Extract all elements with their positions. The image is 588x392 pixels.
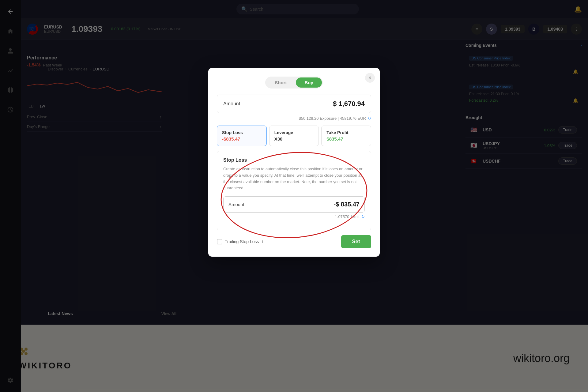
amount-value: $ 1,670.94 — [333, 100, 365, 108]
trailing-stop-label: Trailing Stop Loss — [225, 239, 259, 244]
toggle-group: Short Buy — [217, 77, 371, 89]
leverage-tab[interactable]: Leverage X30 — [269, 126, 319, 146]
leverage-tab-value: X30 — [274, 136, 314, 141]
amount-label: Amount — [223, 101, 240, 107]
stop-loss-tab-title: Stop Loss — [222, 130, 262, 135]
trade-modal: × Short Buy Amount $ 1,670.94 $50,128.20… — [208, 68, 380, 257]
trailing-stop-row: Trailing Stop Loss ℹ — [217, 239, 263, 244]
limit-refresh-icon[interactable]: ↻ — [361, 214, 365, 219]
amount-row: Amount $ 1,670.94 — [217, 95, 371, 113]
limit-label: Limit — [351, 214, 360, 219]
info-icon[interactable]: ℹ — [262, 239, 263, 244]
modal-overlay[interactable]: × Short Buy Amount $ 1,670.94 $50,128.20… — [0, 0, 588, 392]
stop-loss-tab[interactable]: Stop Loss -$835.47 — [217, 126, 267, 146]
limit-value: 1.07570 — [335, 214, 349, 219]
limit-row: 1.07570 Limit ↻ — [223, 214, 365, 219]
stop-loss-amount-value: -$ 835.47 — [334, 201, 360, 208]
exposure-text: $50,128.20 Exposure | 45819.76 EUR — [299, 116, 366, 121]
exposure-row: $50,128.20 Exposure | 45819.76 EUR ↻ — [217, 116, 371, 121]
stop-loss-section: Stop Loss Create an instruction to autom… — [217, 151, 371, 230]
take-profit-tab[interactable]: Take Profit $835.47 — [321, 126, 371, 146]
modal-close-button[interactable]: × — [365, 73, 375, 83]
tabs-row: Stop Loss -$835.47 Leverage X30 Take Pro… — [217, 126, 371, 146]
stop-loss-amount-input[interactable]: Amount -$ 835.47 — [223, 196, 365, 213]
short-toggle-button[interactable]: Short — [266, 77, 295, 88]
buy-toggle-button[interactable]: Buy — [296, 77, 322, 88]
stop-loss-tab-value: -$835.47 — [222, 136, 262, 141]
stop-loss-description: Create an instruction to automatically c… — [223, 166, 365, 191]
toggle-container: Short Buy — [265, 77, 323, 89]
stop-loss-section-title: Stop Loss — [223, 157, 365, 163]
refresh-icon[interactable]: ↻ — [368, 116, 371, 121]
take-profit-tab-title: Take Profit — [326, 130, 366, 135]
stop-loss-amount-label: Amount — [228, 202, 244, 207]
leverage-tab-title: Leverage — [274, 130, 314, 135]
trailing-stop-checkbox[interactable] — [217, 239, 222, 244]
take-profit-tab-value: $835.47 — [326, 136, 366, 141]
modal-bottom-row: Trailing Stop Loss ℹ Set — [217, 235, 371, 248]
set-button[interactable]: Set — [341, 235, 371, 248]
